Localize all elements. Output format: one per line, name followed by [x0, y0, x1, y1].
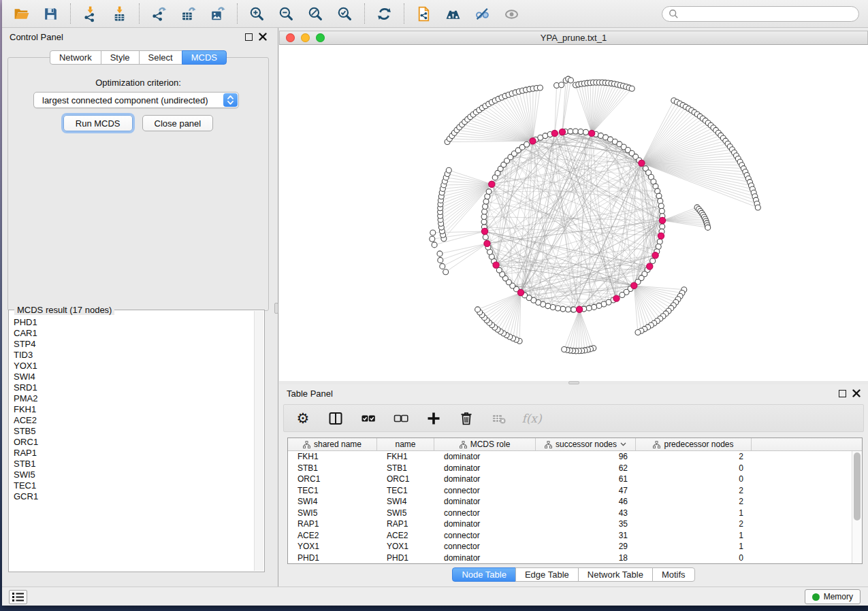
- tab-select[interactable]: Select: [139, 50, 182, 65]
- network-node[interactable]: [483, 235, 488, 240]
- mcds-result-item[interactable]: RAP1: [14, 448, 253, 459]
- network-node[interactable]: [483, 199, 489, 204]
- column-view-button[interactable]: [326, 409, 345, 428]
- mcds-hub-node[interactable]: [589, 130, 595, 136]
- network-node[interactable]: [483, 204, 488, 210]
- mcds-hub-node[interactable]: [517, 289, 524, 295]
- network-node[interactable]: [537, 85, 543, 90]
- zoom-in-button[interactable]: [248, 5, 266, 23]
- mcds-hub-node[interactable]: [551, 130, 558, 136]
- table-row[interactable]: STB1STB1dominator620: [288, 463, 852, 474]
- table-row[interactable]: ACE2ACE2connector311: [288, 530, 852, 542]
- network-node[interactable]: [481, 219, 487, 225]
- mcds-hub-node[interactable]: [639, 160, 645, 166]
- tab-style[interactable]: Style: [101, 50, 140, 65]
- table-row[interactable]: YOX1YOX1connector291: [288, 541, 852, 552]
- network-node[interactable]: [481, 214, 487, 220]
- table-scrollbar[interactable]: [852, 451, 862, 563]
- network-node[interactable]: [586, 306, 592, 311]
- network-node[interactable]: [705, 225, 711, 230]
- close-panel-button[interactable]: Close panel: [142, 115, 214, 131]
- network-file-button[interactable]: [415, 5, 433, 23]
- network-node[interactable]: [583, 129, 589, 135]
- network-node[interactable]: [550, 305, 556, 310]
- table-row[interactable]: FKH1FKH1dominator962: [288, 451, 852, 463]
- mcds-result-item[interactable]: STB5: [14, 426, 253, 437]
- zoom-fit-button[interactable]: [306, 5, 325, 23]
- column-header-predecessor-nodes[interactable]: predecessor nodes: [636, 438, 752, 450]
- network-node[interactable]: [578, 129, 583, 135]
- column-header-name[interactable]: name: [377, 438, 434, 450]
- mcds-result-item[interactable]: FKH1: [14, 404, 253, 415]
- run-mcds-button[interactable]: Run MCDS: [63, 115, 133, 131]
- deselect-all-rows-button[interactable]: [391, 409, 411, 428]
- network-node[interactable]: [629, 86, 634, 91]
- table-row[interactable]: PHD1PHD1dominator180: [288, 552, 852, 564]
- network-node[interactable]: [635, 330, 641, 335]
- network-node[interactable]: [650, 259, 656, 264]
- mcds-hub-node[interactable]: [530, 138, 536, 144]
- mcds-result-item[interactable]: PMA2: [14, 393, 253, 404]
- column-header-mcds-role[interactable]: MCDS role: [434, 438, 536, 450]
- mcds-hub-node[interactable]: [658, 233, 664, 239]
- network-node[interactable]: [656, 193, 662, 199]
- float-window-icon[interactable]: [839, 390, 846, 397]
- mcds-hub-node[interactable]: [493, 262, 499, 268]
- mcds-result-item[interactable]: GCR1: [14, 491, 253, 502]
- panel-splitter-vertical[interactable]: [274, 28, 279, 587]
- mcds-hub-node[interactable]: [559, 129, 565, 135]
- combo-stepper[interactable]: [223, 93, 238, 107]
- open-file-button[interactable]: [12, 5, 31, 23]
- float-window-icon[interactable]: [245, 33, 253, 41]
- network-node[interactable]: [482, 209, 487, 214]
- mcds-result-item[interactable]: STB1: [14, 459, 253, 469]
- export-image-button[interactable]: [208, 5, 227, 23]
- table-row[interactable]: ORC1ORC1dominator610: [288, 474, 852, 485]
- network-node[interactable]: [430, 236, 435, 242]
- table-row[interactable]: TEC1TEC1connector472: [288, 485, 852, 497]
- table-row[interactable]: RAP1RAP1dominator352: [288, 518, 852, 530]
- mcds-result-item[interactable]: STP4: [14, 339, 253, 350]
- tab-network-table[interactable]: Network Table: [578, 567, 653, 582]
- network-node[interactable]: [755, 205, 760, 210]
- network-node[interactable]: [568, 78, 573, 83]
- mcds-hub-node[interactable]: [481, 228, 487, 234]
- network-node[interactable]: [556, 306, 561, 311]
- network-node[interactable]: [571, 307, 577, 312]
- search-overview-button[interactable]: [444, 5, 462, 23]
- network-node[interactable]: [524, 142, 530, 147]
- column-header-successor-nodes[interactable]: successor nodes: [536, 438, 636, 450]
- mcds-hub-node[interactable]: [652, 252, 658, 259]
- network-node[interactable]: [475, 307, 481, 312]
- search-box[interactable]: [662, 6, 859, 22]
- mcds-hub-node[interactable]: [613, 295, 620, 301]
- tab-edge-table[interactable]: Edge Table: [515, 567, 579, 582]
- network-node[interactable]: [560, 306, 566, 312]
- network-node[interactable]: [559, 82, 564, 88]
- network-node[interactable]: [446, 167, 451, 173]
- mcds-hub-node[interactable]: [659, 217, 665, 223]
- mcds-result-item[interactable]: ORC1: [14, 437, 253, 448]
- export-table-button[interactable]: [179, 5, 197, 23]
- network-canvas[interactable]: [279, 45, 868, 381]
- mcds-result-list[interactable]: PHD1CAR1STP4TID3YOX1SWI4SRD1PMA2FKH1ACE2…: [14, 317, 253, 570]
- network-node[interactable]: [657, 239, 662, 244]
- network-node[interactable]: [440, 263, 445, 269]
- table-row[interactable]: SWI4SWI4dominator462: [288, 496, 852, 508]
- network-graph[interactable]: [279, 45, 868, 381]
- close-icon[interactable]: [852, 389, 861, 397]
- network-node[interactable]: [562, 347, 567, 352]
- save-session-button[interactable]: [42, 5, 60, 23]
- network-node[interactable]: [573, 129, 578, 134]
- table-settings-button[interactable]: ⚙: [293, 409, 312, 428]
- zoom-selected-button[interactable]: [336, 5, 354, 23]
- close-icon[interactable]: [259, 33, 267, 41]
- mcds-hub-node[interactable]: [631, 282, 637, 288]
- memory-button[interactable]: Memory: [805, 589, 861, 604]
- hide-details-button[interactable]: [473, 5, 492, 23]
- zoom-out-button[interactable]: [277, 5, 295, 23]
- delete-column-button[interactable]: [457, 409, 476, 428]
- add-column-button[interactable]: [424, 409, 443, 428]
- refresh-layout-button[interactable]: [375, 5, 393, 23]
- network-node[interactable]: [566, 307, 571, 312]
